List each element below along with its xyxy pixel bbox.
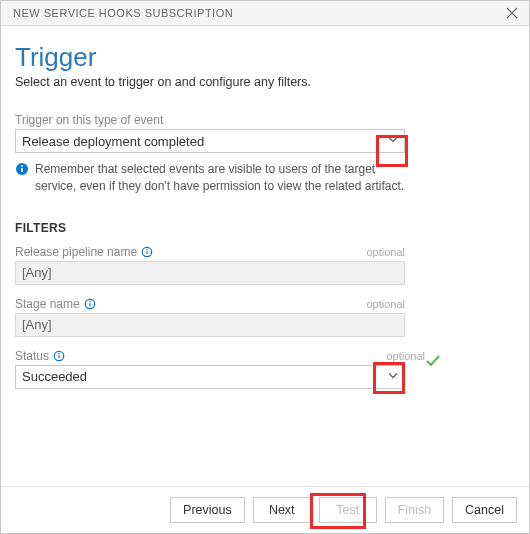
stage-name-value[interactable] <box>15 313 405 337</box>
filters-heading: FILTERS <box>15 221 515 235</box>
release-pipeline-label: Release pipeline name <box>15 245 137 259</box>
info-icon <box>15 162 29 176</box>
dialog-content: Trigger Select an event to trigger on an… <box>1 26 529 486</box>
dialog-titlebar: NEW SERVICE HOOKS SUBSCRIPTION <box>1 0 529 26</box>
status-select[interactable] <box>15 365 405 389</box>
previous-button[interactable]: Previous <box>170 497 245 523</box>
finish-button[interactable]: Finish <box>385 497 444 523</box>
optional-label: optional <box>386 350 425 362</box>
optional-label: optional <box>366 298 405 310</box>
stage-name-select[interactable] <box>15 313 405 337</box>
page-subtitle: Select an event to trigger on and config… <box>15 75 515 89</box>
info-text: Remember that selected events are visibl… <box>35 161 415 195</box>
release-pipeline-select[interactable] <box>15 261 405 285</box>
svg-rect-8 <box>89 301 90 302</box>
filter-stage-name: Stage name optional <box>15 297 405 337</box>
optional-label: optional <box>366 246 405 258</box>
close-icon[interactable] <box>503 4 521 22</box>
status-label: Status <box>15 349 49 363</box>
page-title: Trigger <box>15 42 515 73</box>
svg-rect-5 <box>146 249 147 250</box>
cancel-button[interactable]: Cancel <box>452 497 517 523</box>
dialog-footer: Previous Next Test Finish Cancel <box>1 486 529 533</box>
info-icon[interactable] <box>53 350 65 362</box>
test-button[interactable]: Test <box>319 497 377 523</box>
next-button[interactable]: Next <box>253 497 311 523</box>
svg-rect-10 <box>58 355 59 358</box>
svg-rect-2 <box>21 165 23 167</box>
service-hooks-dialog: NEW SERVICE HOOKS SUBSCRIPTION Trigger S… <box>0 0 530 534</box>
svg-rect-11 <box>58 353 59 354</box>
status-value[interactable] <box>15 365 405 389</box>
trigger-event-label: Trigger on this type of event <box>15 113 515 127</box>
svg-rect-7 <box>89 303 90 306</box>
svg-rect-1 <box>21 168 23 172</box>
info-icon[interactable] <box>84 298 96 310</box>
stage-name-label: Stage name <box>15 297 80 311</box>
filter-release-pipeline: Release pipeline name optional <box>15 245 405 285</box>
filter-status: Status optional <box>15 349 425 389</box>
check-icon <box>425 353 441 372</box>
svg-rect-4 <box>146 251 147 254</box>
trigger-event-select[interactable] <box>15 129 405 153</box>
trigger-event-value[interactable] <box>15 129 405 153</box>
event-visibility-info: Remember that selected events are visibl… <box>15 161 415 195</box>
info-icon[interactable] <box>141 246 153 258</box>
dialog-title: NEW SERVICE HOOKS SUBSCRIPTION <box>13 7 233 19</box>
release-pipeline-value[interactable] <box>15 261 405 285</box>
